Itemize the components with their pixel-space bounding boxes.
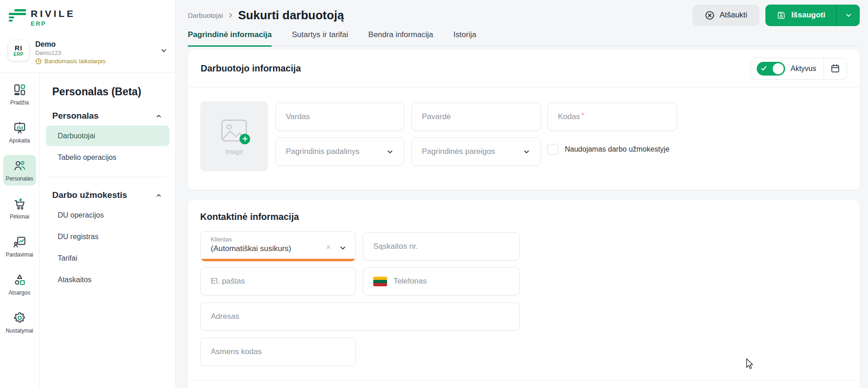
card-title: Darbuotojo informacija	[201, 63, 301, 74]
active-toggle-group: Aktyvus	[751, 58, 847, 80]
tab-pagrindine-informacija[interactable]: Pagrindinė informacija	[188, 30, 272, 47]
brand-logo[interactable]: RIVILE ERP	[8, 7, 76, 27]
image-label: Image	[225, 148, 243, 155]
inventory-shapes-icon	[13, 273, 27, 287]
sidebar-item-tabelio-operacijos[interactable]: Tabelio operacijos	[46, 147, 169, 168]
client-select[interactable]: Klientas (Automatiškai susikurs) ×	[200, 231, 356, 262]
breadcrumb-chevron-icon	[228, 12, 234, 18]
chevron-down-icon	[845, 11, 852, 19]
lithuania-flag-icon[interactable]	[373, 277, 387, 286]
clear-icon[interactable]: ×	[326, 243, 331, 252]
tab-sutartys-ir-tarifai[interactable]: Sutartys ir tarifai	[292, 30, 348, 47]
sidebar-item-ataskaitos[interactable]: Ataskaitos	[46, 269, 169, 290]
module-title: Personalas (Beta)	[52, 86, 176, 98]
nav-rail-item-personalas[interactable]: Personalas	[3, 155, 36, 186]
accounting-board-icon	[13, 121, 27, 135]
nav-rail-label: Pradžia	[10, 99, 29, 106]
sidebar-item-label: Tabelio operacijos	[58, 153, 116, 162]
employee-info-card: Darbuotojo informacija Aktyvus	[188, 50, 860, 190]
chevron-down-icon[interactable]	[339, 244, 347, 252]
main-department-select[interactable]: Pagrindinis padalinys	[275, 137, 404, 166]
last-name-input[interactable]	[411, 103, 541, 131]
chevron-down-icon	[386, 148, 394, 156]
toggle-knob	[773, 63, 784, 74]
cart-icon	[13, 197, 27, 211]
calendar-icon	[830, 63, 841, 74]
save-dropdown-button[interactable]	[836, 5, 860, 26]
chevron-down-icon[interactable]	[160, 47, 168, 55]
personal-code-input[interactable]	[200, 338, 356, 366]
sidebar-item-tarifai[interactable]: Tarifai	[46, 248, 169, 268]
nav-rail-label: Atsargos	[9, 290, 30, 296]
employee-photo-upload[interactable]: Image	[200, 101, 268, 171]
card-title: Kontaktinė informacija	[200, 212, 299, 222]
payroll-checkbox-label: Naudojamas darbo užmokestyje	[565, 145, 670, 153]
nav-rail-label: Personalas	[5, 175, 33, 182]
nav-rail-item-pradzia[interactable]: Pradžia	[3, 79, 36, 109]
tab-bar: Pagrindinė informacija Sutartys ir tarif…	[188, 30, 476, 47]
cancel-circle-icon	[705, 11, 715, 20]
brand-product: ERP	[31, 20, 76, 27]
sidebar-item-darbuotojai[interactable]: Darbuotojai	[46, 126, 169, 146]
nav-rail-item-nustatymai[interactable]: Nustatymai	[3, 307, 36, 338]
email-input[interactable]	[200, 267, 356, 295]
nav-rail-item-atsargos[interactable]: Atsargos	[3, 269, 36, 300]
chevron-up-icon[interactable]	[155, 113, 162, 120]
app-window: RIVILE ERP RI ERP Demo Demo123 Bandomasi…	[0, 0, 868, 388]
menu-section-darbo-uzmokestis[interactable]: Darbo užmokestis	[52, 190, 162, 200]
active-toggle-label: Aktyvus	[791, 65, 816, 73]
mouse-cursor	[746, 358, 756, 370]
main-position-select[interactable]: Pagrindinės pareigos	[411, 137, 541, 166]
company-avatar-text: RI	[15, 44, 22, 52]
chevron-up-icon[interactable]	[155, 192, 162, 199]
company-name: Demo	[35, 40, 160, 49]
calendar-button[interactable]	[824, 58, 846, 80]
payroll-checkbox[interactable]	[547, 144, 558, 155]
nav-rail-label: Apskaita	[9, 137, 30, 144]
chevron-down-icon	[523, 148, 530, 156]
account-number-input[interactable]	[363, 232, 520, 261]
first-name-input[interactable]	[275, 103, 404, 131]
clock-icon	[35, 58, 42, 65]
nav-rail-item-pardavimai[interactable]: Pardavimai	[3, 231, 36, 262]
sales-chart-icon	[13, 235, 27, 249]
menu-section-personalas[interactable]: Personalas	[52, 111, 162, 121]
department-placeholder: Pagrindinis padalinys	[286, 147, 360, 156]
nav-rail: Pradžia Apskaita Personalas	[0, 79, 39, 338]
sidebar-item-label: Tarifai	[58, 254, 77, 262]
brand-name: RIVILE	[31, 9, 76, 18]
phone-input[interactable]: Telefonas	[363, 267, 520, 295]
nav-rail-label: Pirkimai	[10, 213, 29, 220]
company-avatar-sub: ERP	[13, 52, 23, 57]
tab-istorija[interactable]: Istorija	[453, 30, 476, 47]
people-icon	[13, 159, 27, 173]
sidebar: RIVILE ERP RI ERP Demo Demo123 Bandomasi…	[0, 0, 176, 388]
nav-rail-label: Nustatymai	[5, 328, 33, 334]
sidebar-item-du-registras[interactable]: DU registras	[46, 226, 169, 247]
sidebar-item-label: DU registras	[58, 233, 98, 241]
company-selector[interactable]: RI ERP Demo Demo123 Bandomasis laikotarp…	[8, 40, 168, 65]
contact-info-card: Kontaktinė informacija Klientas (Automat…	[188, 200, 860, 388]
dashboard-icon	[13, 83, 27, 97]
save-button[interactable]: Išsaugoti	[765, 5, 860, 26]
nav-rail-item-apskaita[interactable]: Apskaita	[3, 117, 36, 148]
code-input[interactable]: Kodas *	[547, 103, 677, 131]
tab-bendra-informacija[interactable]: Bendra informacija	[368, 30, 433, 47]
trial-badge: Bandomasis laikotarpis	[44, 58, 106, 65]
menu-section-title: Darbo užmokestis	[52, 190, 127, 200]
breadcrumb[interactable]: Darbuotojai	[188, 11, 223, 19]
address-input[interactable]	[200, 302, 520, 331]
phone-placeholder: Telefonas	[393, 277, 427, 286]
sidebar-item-du-operacijos[interactable]: DU operacijos	[46, 205, 169, 225]
menu-divider	[49, 177, 166, 177]
page-title: Sukurti darbuotoją	[238, 8, 344, 22]
cancel-button[interactable]: Atšaukti	[693, 5, 759, 26]
nav-rail-item-pirkimai[interactable]: Pirkimai	[3, 193, 36, 224]
required-asterisk: *	[581, 111, 584, 119]
module-menu: Personalas (Beta) Personalas Darbuotojai…	[39, 73, 176, 291]
save-floppy-icon	[776, 11, 786, 20]
active-toggle[interactable]	[757, 62, 785, 76]
client-select-highlight-bar	[201, 259, 355, 261]
add-photo-icon	[240, 134, 250, 144]
check-icon	[761, 66, 767, 71]
